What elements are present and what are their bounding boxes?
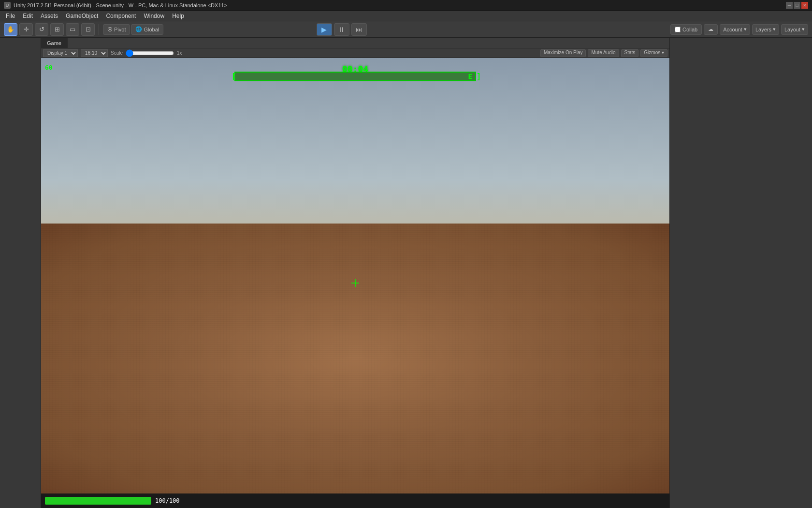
window-controls: ─ □ ✕: [786, 2, 808, 9]
scale-label: Scale: [111, 50, 123, 56]
health-bar-top-fill: [235, 73, 475, 80]
pivot-icon: ⦿: [107, 27, 113, 32]
left-sidebar: [0, 38, 41, 508]
game-tab-bar: Game: [41, 38, 669, 48]
game-controls-right: Maximize On Play Mute Audio Stats Gizmos…: [540, 49, 667, 57]
unity-icon: U: [4, 2, 11, 9]
bottom-health-bar-fill: [45, 497, 151, 505]
game-panel: Game Display 1 16:10 Scale 1x Maximize O…: [41, 38, 669, 508]
scale-value: 1x: [177, 50, 182, 56]
toolbar-separator-1: [99, 24, 99, 35]
layers-dropdown[interactable]: Layers ▾: [752, 24, 779, 35]
scale-slider[interactable]: [126, 49, 174, 57]
health-bar-top: [ E ]: [234, 72, 476, 81]
global-label: Global: [144, 27, 159, 32]
global-button[interactable]: 🌐 Global: [131, 24, 163, 35]
account-chevron-icon: ▾: [744, 26, 747, 32]
main-layout: Game Display 1 16:10 Scale 1x Maximize O…: [0, 38, 812, 508]
scale-tool-button[interactable]: ⊞: [50, 23, 64, 36]
menu-gameobject[interactable]: GameObject: [62, 11, 102, 21]
collab-checkbox[interactable]: [675, 27, 681, 32]
toolbar: ✋ ✛ ↺ ⊞ ▭ ⊡ ⦿ Pivot 🌐 Global ▶ ⏸ ⏭ Colla…: [0, 21, 812, 38]
game-tab[interactable]: Game: [41, 38, 68, 48]
menu-assets[interactable]: Assets: [37, 11, 62, 21]
menu-window[interactable]: Window: [140, 11, 168, 21]
menu-help[interactable]: Help: [168, 11, 188, 21]
display-select[interactable]: Display 1: [43, 49, 78, 57]
bracket-right-icon: ]: [478, 72, 480, 81]
ground-texture: [41, 224, 669, 493]
ground-plane: [41, 224, 669, 493]
account-label: Account: [723, 27, 742, 32]
play-button[interactable]: ▶: [317, 23, 332, 36]
layers-chevron-icon: ▾: [773, 26, 776, 32]
bracket-left-icon: [: [232, 72, 235, 81]
layout-label: Layout: [784, 27, 800, 32]
pivot-button[interactable]: ⦿ Pivot: [103, 24, 130, 35]
game-controls-bar: Display 1 16:10 Scale 1x Maximize On Pla…: [41, 48, 669, 58]
menu-file[interactable]: File: [2, 11, 19, 21]
menu-bar: File Edit Assets GameObject Component Wi…: [0, 11, 812, 21]
hand-tool-button[interactable]: ✋: [4, 23, 17, 36]
menu-component[interactable]: Component: [102, 11, 140, 21]
title-bar: U Unity 2017.2.5f1 Personal (64bit) - Sc…: [0, 0, 812, 11]
mute-audio-button[interactable]: Mute Audio: [588, 49, 619, 57]
global-icon: 🌐: [135, 26, 142, 32]
move-tool-button[interactable]: ✛: [19, 23, 33, 36]
health-text: 100/100: [155, 497, 180, 504]
rotate-tool-button[interactable]: ↺: [35, 23, 48, 36]
health-e-label: E: [468, 73, 472, 80]
pivot-label: Pivot: [114, 27, 126, 32]
cloud-icon: ☁: [708, 26, 713, 32]
resolution-select[interactable]: 16:10: [81, 49, 108, 57]
maximize-button[interactable]: □: [794, 2, 800, 9]
crosshair: [350, 278, 360, 288]
layout-dropdown[interactable]: Layout ▾: [781, 24, 808, 35]
minimize-button[interactable]: ─: [786, 2, 793, 9]
toolbar-right: Collab ☁ Account ▾ Layers ▾ Layout ▾: [670, 24, 808, 35]
pivot-global-group: ⦿ Pivot 🌐 Global: [103, 24, 163, 35]
gizmos-button[interactable]: Gizmos ▾: [640, 49, 667, 57]
pause-button[interactable]: ⏸: [334, 23, 349, 36]
characters-layer: [41, 58, 186, 131]
layers-label: Layers: [755, 27, 771, 32]
menu-edit[interactable]: Edit: [19, 11, 37, 21]
game-viewport: 60 00:04 [ E ]: [41, 58, 669, 508]
maximize-on-play-button[interactable]: Maximize On Play: [540, 49, 586, 57]
game-tab-label: Game: [47, 40, 61, 46]
collab-label: Collab: [682, 27, 697, 32]
health-bar-bottom: 100/100: [41, 493, 669, 508]
collab-button[interactable]: Collab: [670, 24, 702, 35]
rect-tool-button[interactable]: ▭: [66, 23, 79, 36]
stats-button[interactable]: Stats: [621, 49, 639, 57]
step-button[interactable]: ⏭: [351, 23, 367, 36]
layout-chevron-icon: ▾: [802, 26, 805, 32]
bottom-health-bar-container: [45, 497, 151, 505]
right-sidebar: [669, 38, 812, 508]
playback-controls: ▶ ⏸ ⏭: [317, 23, 367, 36]
cloud-button[interactable]: ☁: [704, 24, 718, 35]
window-title: Unity 2017.2.5f1 Personal (64bit) - Scen…: [14, 2, 227, 8]
close-button[interactable]: ✕: [801, 2, 808, 9]
account-dropdown[interactable]: Account ▾: [720, 24, 750, 35]
transform-tool-button[interactable]: ⊡: [81, 23, 95, 36]
